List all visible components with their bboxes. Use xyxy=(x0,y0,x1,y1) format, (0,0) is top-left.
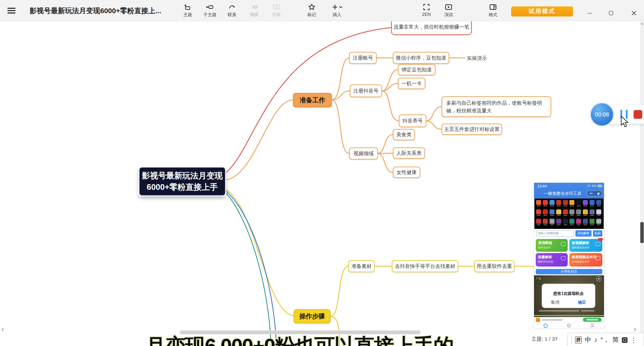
ad-video-area: 广告 ✕ 您有1次提现机会 取消 确定 xyxy=(534,275,604,317)
toolbar-summary-button[interactable]: 概要 xyxy=(242,3,266,18)
dialog-cancel-button: 取消 xyxy=(551,300,559,305)
app-tile-icon xyxy=(550,209,555,214)
hot-badge xyxy=(598,238,603,241)
toolbar-boundary-button[interactable]: 外框 xyxy=(265,3,288,18)
format-panel-icon xyxy=(489,3,497,11)
node-prepare-material[interactable]: 准备素材 xyxy=(348,260,375,272)
ime-simplified-mode[interactable]: 简 xyxy=(612,336,619,344)
central-topic-line2: 6000+零粉直接上手 xyxy=(147,181,218,193)
app-tile-icon xyxy=(536,219,541,224)
node-find-material[interactable]: 去抖音快手等平台去找素材 xyxy=(392,260,458,272)
vertical-scrollbar-track[interactable] xyxy=(640,21,644,346)
ad-logo-icon xyxy=(536,318,540,322)
stop-recording-button[interactable] xyxy=(634,110,642,119)
node-video-field[interactable]: 视频领域 xyxy=(349,147,378,160)
node-brush-note[interactable]: 多刷与自己标签相符的作品，使账号标签明确，粉丝精准流量大 xyxy=(442,96,551,117)
app-tile-icon xyxy=(556,200,561,205)
close-ad-icon: ✕ xyxy=(596,276,601,281)
document-title: 影视号最新玩法月变现6000+零粉直接上... xyxy=(30,6,174,15)
close-icon xyxy=(632,11,636,15)
app-tile-icon xyxy=(590,219,595,224)
window-close-button[interactable] xyxy=(629,9,639,18)
node-homepage-five[interactable]: 主页五件套进行对标设置 xyxy=(442,124,502,135)
node-female-health[interactable]: 女性健康 xyxy=(393,167,420,178)
mindmap-canvas[interactable]: 流量非常大，抓住时机狠狠赚一笔 影视号最新玩法月变现 6000+零粉直接上手 准… xyxy=(0,0,644,346)
attached-phone-screenshot[interactable]: 13:44 ııl 4G 一键免费去水印工具 •••◉ 请输入视频链接 开始解析… xyxy=(534,183,604,328)
ime-more-icon[interactable]: ⋮ xyxy=(631,336,637,344)
toolbar-zen-button[interactable]: ZEN xyxy=(415,3,438,17)
ime-sound-icon[interactable]: ♪ xyxy=(594,336,598,344)
scroll-left-arrow[interactable]: ‹ xyxy=(1,325,4,333)
app-tile-icon xyxy=(596,200,601,205)
toolbar-insert-button[interactable]: 插入 xyxy=(325,3,349,18)
image-icon xyxy=(596,256,600,260)
batch-parse-card: 批量解析解析所有作品 xyxy=(536,253,568,267)
node-traffic-note[interactable]: 流量非常大，抓住时机狠狠赚一笔 xyxy=(391,19,472,35)
ime-toolbar[interactable]: 拼 中 ♪ °， 简 ⋮ xyxy=(568,333,644,346)
toolbar-format-button[interactable]: 格式 xyxy=(481,3,505,18)
app-tile-icon xyxy=(550,200,555,205)
phone-signal-battery-icons: ııl 4G xyxy=(587,184,602,187)
window-maximize-button[interactable] xyxy=(606,9,616,18)
tutorial-card: 使用教程如何去水印 xyxy=(536,239,568,252)
scroll-right-arrow[interactable]: › xyxy=(634,325,636,333)
node-douyin-nurture[interactable]: 抖音养号 xyxy=(399,114,426,127)
toolbar-relationship-button[interactable]: 联系 xyxy=(220,3,244,18)
app-tile-icon xyxy=(563,200,568,205)
app-tile-icon xyxy=(583,219,588,224)
vertical-scrollbar-thumb[interactable] xyxy=(640,222,644,243)
node-bind-doubao[interactable]: 绑定豆包知道 xyxy=(398,64,435,75)
ime-drag-handle-icon[interactable] xyxy=(571,336,572,344)
summary-icon xyxy=(250,3,258,11)
node-register-account[interactable]: 注册账号 xyxy=(349,52,377,64)
app-tile-icon xyxy=(583,209,588,214)
zen-icon xyxy=(422,3,430,11)
screen-recorder-widget: 00:08 xyxy=(591,105,644,124)
ime-punctuation-mode[interactable]: °， xyxy=(601,336,610,344)
ime-pinyin-icon[interactable]: 拼 xyxy=(575,337,582,343)
node-register-douyin[interactable]: 注册抖音号 xyxy=(350,84,382,97)
app-tile-icon xyxy=(543,209,548,214)
maximize-icon xyxy=(609,11,613,15)
presentation-icon xyxy=(445,3,453,11)
toolbar-marker-button[interactable]: 标记 xyxy=(300,3,324,18)
node-branch-prepare[interactable]: 准备工作 xyxy=(293,93,332,107)
battery-icon xyxy=(598,185,602,187)
app-tile-icon xyxy=(550,219,555,224)
node-relationship-category[interactable]: 人际关系类 xyxy=(393,147,425,159)
app-tile-icon xyxy=(576,219,581,224)
share-to-friends-bar: 分享给好友 xyxy=(536,269,602,274)
supported-apps-grid xyxy=(534,199,604,229)
app-tile-icon xyxy=(556,209,561,214)
app-tile-icon xyxy=(576,200,581,205)
app-tile-icon xyxy=(563,219,568,224)
scroll-up-arrow[interactable]: ∧ xyxy=(640,22,644,26)
app-tile-icon xyxy=(583,200,588,205)
video-caption-blur xyxy=(581,310,595,312)
node-central-topic[interactable]: 影视号最新玩法月变现 6000+零粉直接上手 xyxy=(139,167,226,196)
parse-button: 开始解析 xyxy=(575,230,592,237)
toolbar-topic-button[interactable]: 主题 xyxy=(176,3,199,18)
phone-clock: 13:44 xyxy=(537,184,547,188)
phone-app-title: 一键免费去水印工具 xyxy=(534,191,591,197)
ime-skin-icon[interactable] xyxy=(622,337,628,343)
node-branch-steps[interactable]: 操作步骤 xyxy=(294,309,331,323)
node-demo-label[interactable]: 实操演示 xyxy=(467,55,487,62)
app-tile-icon xyxy=(556,219,561,224)
ime-chinese-mode[interactable]: 中 xyxy=(585,336,591,344)
ad-label: 广告 xyxy=(536,277,541,280)
trial-mode-button[interactable]: 试用模式 xyxy=(511,6,573,16)
toolbar-subtopic-button[interactable]: 子主题 xyxy=(198,3,222,18)
node-one-machine-one-card[interactable]: 一机一卡 xyxy=(398,78,425,89)
toolbar-presentation-button[interactable]: 演说 xyxy=(437,3,460,18)
relationship-icon xyxy=(228,3,236,11)
node-wechat-miniprogram[interactable]: 微信小程序，豆包知道 xyxy=(393,52,449,64)
node-food[interactable]: 美食类 xyxy=(393,129,415,140)
hamburger-menu-icon[interactable] xyxy=(7,8,15,13)
node-dedupe[interactable]: 用去重软件去重 xyxy=(474,260,515,272)
paste-button: 粘贴 xyxy=(593,230,602,237)
window-minimize-button[interactable] xyxy=(584,9,595,18)
app-tile-icon xyxy=(590,209,595,214)
phone-status-header: 13:44 ııl 4G 一键免费去水印工具 •••◉ xyxy=(534,183,604,199)
discover-tab-icon xyxy=(566,323,571,328)
